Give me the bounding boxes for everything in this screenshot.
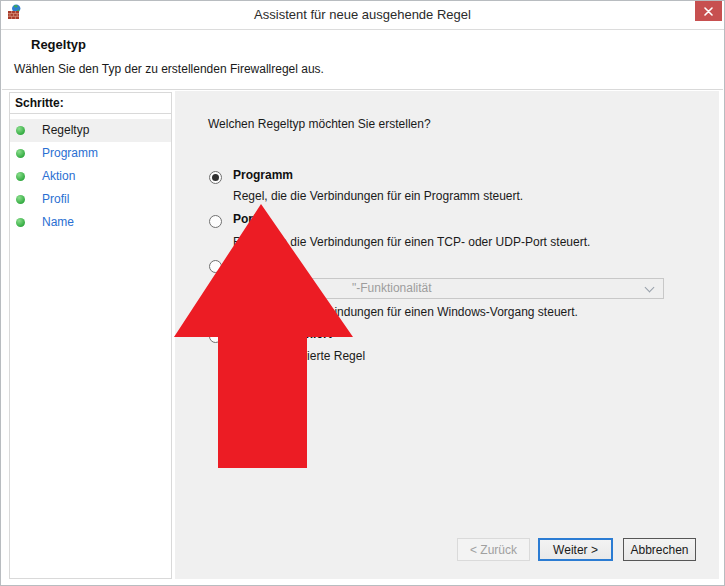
green-dot-icon [16,195,25,204]
radio-predefined[interactable] [209,260,222,273]
close-button[interactable] [695,1,722,21]
green-dot-icon [16,149,25,158]
page-title: Regeltyp [31,37,86,52]
cancel-button[interactable]: Abbrechen [623,538,696,561]
next-button[interactable]: Weiter > [538,538,613,561]
predefined-rule-select[interactable]: "-Funktionalität [246,278,664,299]
step-item-programm: Programm [10,142,171,165]
option-label-port: Port [233,212,257,226]
chevron-down-icon [645,283,655,293]
close-icon [704,4,713,19]
green-dot-icon [16,126,25,135]
back-button[interactable]: < Zurück [457,538,530,561]
page-subtitle: Wählen Sie den Typ der zu erstellenden F… [14,62,324,76]
radio-custom[interactable] [209,330,222,343]
option-desc-port: Regel, die die Verbindungen für einen TC… [233,235,590,249]
window-title: Assistent für neue ausgehende Regel [1,7,724,22]
step-item-profil: Profil [10,188,171,211]
steps-panel: Schritte: Regeltyp Programm Aktion Profi… [9,92,172,579]
option-desc-predefined: Regel, die die Verbindungen für einen Wi… [233,305,578,319]
steps-heading: Schritte: [10,93,171,114]
predefined-rule-select-value: "-Funktionalität [352,279,432,298]
option-desc-custom: Benutzerdefinierte Regel [233,349,365,363]
question-text: Welchen Regeltyp möchten Sie erstellen? [208,117,431,131]
step-item-regeltyp: Regeltyp [10,119,171,142]
titlebar: Assistent für neue ausgehende Regel [1,1,724,30]
header-divider [2,89,723,90]
option-label-custom: Benutzerdefiniert [233,327,332,341]
step-item-aktion: Aktion [10,165,171,188]
green-dot-icon [16,218,25,227]
radio-port[interactable] [209,215,222,228]
option-desc-programm: Regel, die die Verbindungen für ein Prog… [233,189,523,203]
step-item-name: Name [10,211,171,234]
green-dot-icon [16,172,25,181]
wizard-window: Assistent für neue ausgehende Regel Rege… [0,0,725,586]
radio-programm[interactable] [209,171,222,184]
option-label-programm: Programm [233,168,293,182]
